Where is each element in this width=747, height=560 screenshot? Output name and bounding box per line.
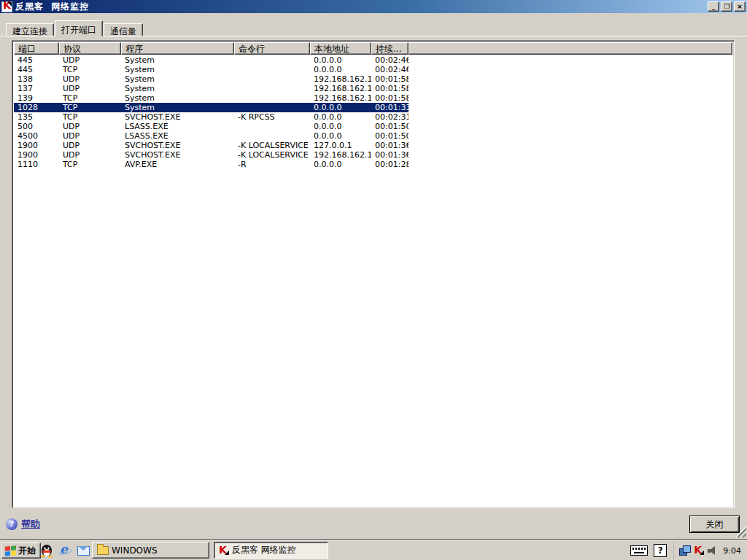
table-cell: UDP [59,131,121,141]
table-row[interactable]: 138UDPSystem192.168.162.10200:01:58 [14,74,732,84]
taskbar-button[interactable]: WINDOWS [92,542,209,559]
ie-icon[interactable] [58,543,72,558]
table-row[interactable]: 445UDPSystem0.0.0.000:02:46 [14,55,732,65]
table-cell: 192.168.162.102 [310,84,371,93]
tab-page-edge [0,36,747,36]
network-icon[interactable] [679,545,691,556]
table-row[interactable]: 135TCPSVCHOST.EXE-K RPCSS0.0.0.000:02:31 [14,112,732,122]
column-header[interactable]: 端口 [14,42,59,55]
table-cell: 00:01:36 [371,141,409,150]
table-cell: 00:02:46 [371,55,409,65]
table-cell: 4500 [14,131,59,141]
close-button[interactable]: 关闭 [689,516,740,533]
table-cell: System [121,74,234,84]
table-cell: UDP [59,84,121,93]
table-cell: 127.0.0.1 [310,141,371,150]
table-cell: 192.168.162.102 [310,74,371,84]
table-cell: UDP [59,141,121,150]
column-header[interactable]: 命令行 [234,42,310,55]
system-tray: ? 9:04 [630,542,746,559]
table-cell: SVCHOST.EXE [121,150,234,160]
table-cell: 1900 [14,150,59,160]
table-cell [234,65,310,74]
column-header[interactable]: 程序 [121,42,234,55]
table-cell: 00:01:58 [371,74,409,84]
kaspersky-k-icon: K [1,1,12,12]
table-row[interactable]: 500UDPLSASS.EXE0.0.0.000:01:50 [14,122,732,131]
help-icon [6,518,18,530]
table-cell: AVP.EXE [121,160,234,169]
folder-icon [97,546,109,555]
table-cell: 192.168.162.102 [310,93,371,103]
kaspersky-k-icon[interactable] [694,545,704,556]
tab-establish-connections[interactable]: 建立连接 [6,23,54,36]
table-cell [234,84,310,93]
table-row[interactable]: 139TCPSystem192.168.162.10200:01:58 [14,93,732,103]
help-link[interactable]: 帮助 [6,518,40,531]
close-icon[interactable]: × [734,1,746,12]
table-cell: 00:02:31 [371,112,409,122]
table-cell: 0.0.0.0 [310,112,371,122]
table-cell: -K LOCALSERVICE [234,141,310,150]
ime-help-icon[interactable]: ? [654,544,667,557]
table-cell: 00:01:36 [371,150,409,160]
taskbar: 开始 WINDOWS反黑客 网络监控 ? [0,540,747,560]
table-cell: 1900 [14,141,59,150]
table-row[interactable]: 4500UDPLSASS.EXE0.0.0.000:01:50 [14,131,732,141]
table-cell: 1110 [14,160,59,169]
table-cell: 1028 [14,103,59,112]
table-cell: 138 [14,74,59,84]
table-cell [234,55,310,65]
volume-icon[interactable] [707,545,717,556]
table-cell: 00:01:58 [371,84,409,93]
table-row[interactable]: 1028TCPSystem0.0.0.000:01:33 [14,103,409,112]
table-cell [234,103,310,112]
table-body: 445UDPSystem0.0.0.000:02:46445TCPSystem0… [14,55,732,506]
table-cell: 445 [14,55,59,65]
clock[interactable]: 9:04 [723,546,741,556]
column-header[interactable]: 本地地址 [310,42,371,55]
table-cell: 00:01:50 [371,131,409,141]
qq-icon[interactable] [39,543,54,558]
table-cell: UDP [59,150,121,160]
table-cell: 139 [14,93,59,103]
table-header-row: 端口协议程序命令行本地地址持续... [14,42,732,55]
table-cell: 0.0.0.0 [310,55,371,65]
minimize-icon[interactable]: _ [708,1,719,12]
column-header[interactable]: 持续... [371,42,409,55]
table-cell: System [121,65,234,74]
table-cell: System [121,55,234,65]
table-cell [234,93,310,103]
table-cell: 135 [14,112,59,122]
keyboard-icon[interactable] [630,545,648,556]
table-cell: UDP [59,122,121,131]
table-cell: 0.0.0.0 [310,65,371,74]
table-cell: 192.168.162.102 [310,150,371,160]
outlook-express-icon[interactable] [76,543,90,558]
table-cell: 0.0.0.0 [310,103,371,112]
help-label: 帮助 [21,518,40,531]
table-cell [234,131,310,141]
taskbar-button[interactable]: 反黑客 网络监控 [214,542,328,559]
table-cell: 00:01:50 [371,122,409,131]
table-cell: UDP [59,55,121,65]
start-button[interactable]: 开始 [1,542,41,559]
table-cell: SVCHOST.EXE [121,112,234,122]
table-row[interactable]: 137UDPSystem192.168.162.10200:01:58 [14,84,732,93]
restore-icon[interactable]: ❐ [721,1,732,12]
table-row[interactable]: 1900UDPSVCHOST.EXE-K LOCALSERVICE192.168… [14,150,732,160]
desktop: K 反黑客 网络监控 _ ❐ × 建立连接打开端口通信量 端口协议程序命令行本地… [0,0,747,560]
quick-launch [39,543,90,558]
table-row[interactable]: 445TCPSystem0.0.0.000:02:46 [14,65,732,74]
table-cell: TCP [59,103,121,112]
tab-open-ports[interactable]: 打开端口 [55,20,103,36]
tab-traffic[interactable]: 通信量 [104,23,143,36]
tab-strip: 建立连接打开端口通信量 [6,20,144,36]
column-header[interactable]: 协议 [59,42,121,55]
column-header-filler [409,42,732,55]
title-bar[interactable]: K 反黑客 网络监控 _ ❐ × [0,0,747,13]
table-row[interactable]: 1900UDPSVCHOST.EXE-K LOCALSERVICE127.0.0… [14,141,732,150]
table-row[interactable]: 1110TCPAVP.EXE-R0.0.0.000:01:28 [14,160,732,169]
kaspersky-k-icon [219,545,229,556]
table-cell: TCP [59,112,121,122]
